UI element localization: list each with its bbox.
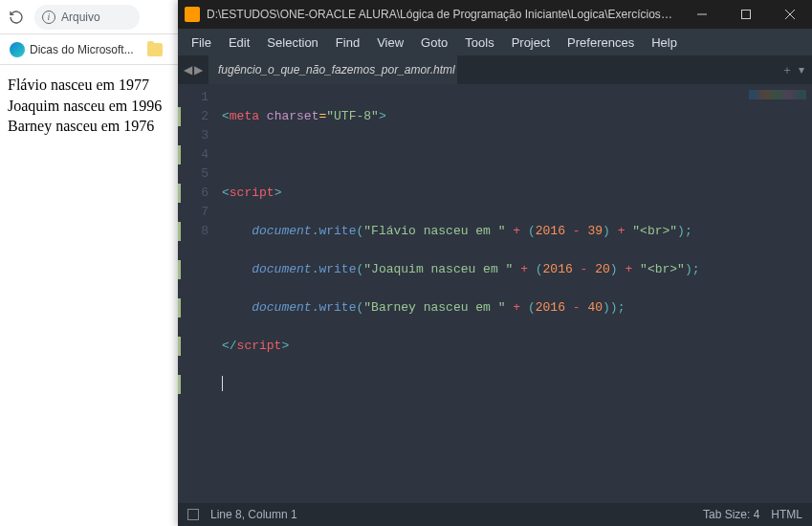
code-area[interactable]: <meta charset="UTF-8"> <script> document…: [218, 84, 812, 503]
status-syntax[interactable]: HTML: [771, 508, 802, 521]
menu-project[interactable]: Project: [504, 32, 558, 54]
menu-preferences[interactable]: Preferences: [560, 32, 642, 54]
editor[interactable]: 1 2 3 4 5 6 7 8 <meta charset="UTF-8"> <…: [178, 84, 812, 503]
menu-view[interactable]: View: [369, 32, 411, 54]
tab-back-icon[interactable]: ◀: [184, 63, 192, 77]
text-cursor: [222, 376, 223, 391]
menu-help[interactable]: Help: [644, 32, 685, 54]
tab-label: fugêncio_o_que_não_fazemos_por_amor.html: [218, 63, 455, 77]
app-icon: [178, 7, 207, 22]
sublime-window: D:\ESTUDOS\ONE-ORACLE ALURA\Lógica de Pr…: [178, 0, 812, 526]
status-bar: Line 8, Column 1 Tab Size: 4 HTML: [178, 503, 812, 526]
menu-selection[interactable]: Selection: [259, 32, 325, 54]
titlebar[interactable]: D:\ESTUDOS\ONE-ORACLE ALURA\Lógica de Pr…: [178, 0, 812, 29]
menu-file[interactable]: File: [184, 32, 219, 54]
new-tab-icon[interactable]: ＋: [781, 62, 793, 78]
menu-tools[interactable]: Tools: [457, 32, 501, 54]
bookmark-label: Dicas do Microsoft...: [30, 43, 134, 56]
menu-edit[interactable]: Edit: [221, 32, 257, 54]
menu-goto[interactable]: Goto: [413, 32, 455, 54]
minimize-button[interactable]: [680, 0, 724, 29]
refresh-icon[interactable]: [8, 9, 25, 26]
bookmark-folder[interactable]: [147, 43, 163, 56]
menu-find[interactable]: Find: [328, 32, 367, 54]
bookmark-dicas[interactable]: Dicas do Microsoft...: [10, 42, 134, 57]
tab-dropdown-icon[interactable]: ▾: [799, 63, 804, 77]
tab-forward-icon[interactable]: ▶: [194, 63, 203, 77]
address-bar[interactable]: i Arquivo: [34, 5, 140, 30]
menu-bar: File Edit Selection Find View Goto Tools…: [178, 29, 812, 55]
folder-icon: [147, 43, 163, 56]
address-text: Arquivo: [61, 11, 100, 24]
panel-switcher-icon[interactable]: [187, 509, 199, 520]
maximize-button[interactable]: [724, 0, 768, 29]
minimap[interactable]: [749, 90, 806, 99]
site-info-icon[interactable]: i: [42, 11, 55, 24]
window-title: D:\ESTUDOS\ONE-ORACLE ALURA\Lógica de Pr…: [207, 8, 680, 21]
status-tab-size[interactable]: Tab Size: 4: [703, 508, 759, 521]
gutter: 1 2 3 4 5 6 7 8: [178, 84, 218, 503]
svg-rect-1: [742, 11, 751, 19]
file-tab[interactable]: fugêncio_o_que_não_fazemos_por_amor.html…: [208, 55, 457, 84]
tab-bar: ◀ ▶ fugêncio_o_que_não_fazemos_por_amor.…: [178, 55, 812, 84]
status-position[interactable]: Line 8, Column 1: [210, 508, 297, 521]
edge-icon: [10, 42, 25, 57]
close-button[interactable]: [768, 0, 812, 29]
